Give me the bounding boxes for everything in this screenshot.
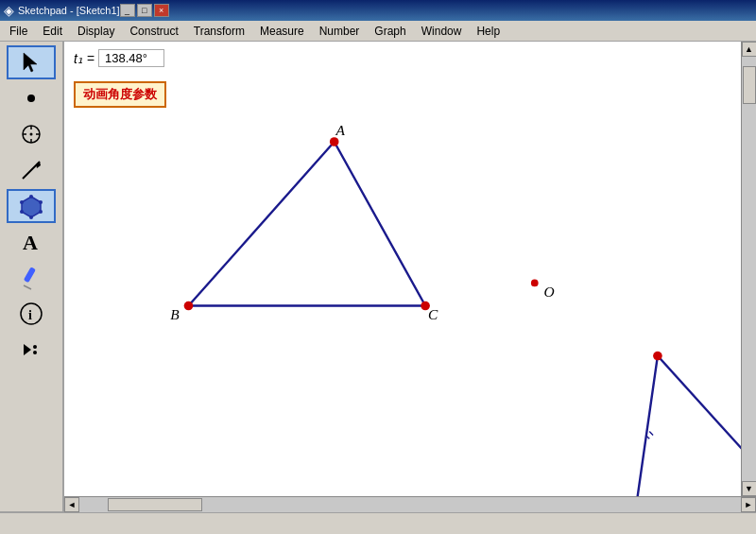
menu-number[interactable]: Number: [312, 23, 368, 40]
svg-point-27: [184, 301, 194, 311]
compass-tool[interactable]: [7, 117, 56, 151]
maximize-button[interactable]: □: [137, 4, 152, 17]
vertical-scrollbar[interactable]: ▲ ▼: [741, 42, 756, 496]
geometry-svg: A B C O: [64, 42, 741, 496]
scroll-track[interactable]: [742, 57, 757, 481]
svg-point-15: [20, 210, 24, 214]
svg-point-24: [33, 351, 37, 354]
menu-display[interactable]: Display: [70, 23, 122, 40]
svg-point-14: [29, 215, 33, 219]
svg-marker-22: [24, 344, 31, 355]
more-tool[interactable]: [7, 333, 56, 367]
menu-file[interactable]: File: [2, 23, 35, 40]
text-tool[interactable]: A: [7, 225, 56, 259]
hscroll-track[interactable]: [79, 497, 741, 512]
menu-construct[interactable]: Construct: [122, 23, 185, 40]
svg-line-37: [649, 432, 653, 436]
svg-marker-34: [635, 356, 741, 496]
svg-line-19: [24, 285, 31, 289]
svg-marker-0: [24, 53, 37, 72]
marker-tool[interactable]: [7, 261, 56, 295]
horizontal-scrollbar[interactable]: ◄ ►: [64, 496, 756, 511]
menu-edit[interactable]: Edit: [35, 23, 70, 40]
canvas-area[interactable]: t₁ = 138.48° 动画角度参数: [64, 42, 741, 496]
menu-graph[interactable]: Graph: [367, 23, 413, 40]
menu-window[interactable]: Window: [414, 23, 470, 40]
svg-point-16: [20, 200, 24, 204]
point-tool[interactable]: [7, 81, 56, 115]
svg-point-35: [653, 352, 662, 361]
svg-point-3: [30, 133, 33, 136]
svg-text:B: B: [170, 306, 180, 322]
polygon-tool[interactable]: [7, 189, 56, 223]
select-tool[interactable]: [7, 45, 56, 79]
menu-transform[interactable]: Transform: [186, 23, 252, 40]
svg-point-12: [39, 200, 43, 204]
titlebar-icon: ◈: [4, 3, 14, 18]
svg-text:A: A: [23, 231, 38, 254]
menubar: File Edit Display Construct Transform Me…: [0, 21, 756, 42]
main-layout: A i: [0, 42, 756, 511]
svg-point-23: [33, 345, 37, 349]
titlebar: ◈ Sketchpad - [Sketch1] _ □ ×: [0, 0, 756, 21]
svg-point-1: [27, 95, 35, 102]
svg-point-13: [39, 210, 43, 214]
toolbar: A i: [0, 42, 64, 511]
hscroll-thumb[interactable]: [108, 498, 202, 511]
svg-text:A: A: [335, 122, 346, 138]
titlebar-buttons: _ □ ×: [120, 4, 169, 17]
line-tool[interactable]: [7, 153, 56, 187]
close-button[interactable]: ×: [154, 4, 169, 17]
svg-point-26: [330, 137, 339, 146]
svg-marker-10: [22, 197, 41, 217]
svg-text:C: C: [428, 306, 438, 322]
svg-point-32: [531, 280, 539, 287]
statusbar: [0, 511, 756, 534]
svg-rect-18: [24, 267, 36, 283]
menu-help[interactable]: Help: [469, 23, 507, 40]
minimize-button[interactable]: _: [120, 4, 135, 17]
svg-text:O: O: [543, 284, 554, 300]
svg-marker-25: [188, 142, 425, 306]
scroll-right-button[interactable]: ►: [741, 497, 756, 512]
svg-point-11: [29, 195, 33, 198]
titlebar-title: Sketchpad - [Sketch1]: [18, 5, 120, 16]
scroll-left-button[interactable]: ◄: [64, 497, 79, 512]
svg-text:i: i: [28, 308, 32, 322]
scroll-down-button[interactable]: ▼: [742, 481, 757, 496]
scroll-up-button[interactable]: ▲: [742, 42, 757, 57]
menu-measure[interactable]: Measure: [252, 23, 312, 40]
scroll-thumb[interactable]: [743, 66, 756, 104]
info-tool[interactable]: i: [7, 297, 56, 331]
